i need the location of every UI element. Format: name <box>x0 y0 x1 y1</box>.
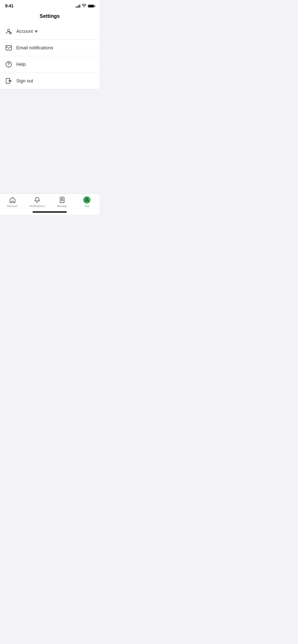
help-icon <box>5 61 12 68</box>
svg-rect-3 <box>6 46 11 50</box>
svg-point-5 <box>8 66 9 66</box>
account-item[interactable]: Account <box>0 23 99 40</box>
email-notifications-label: Email notifications <box>16 45 53 51</box>
email-notifications-item[interactable]: Email notifications <box>0 40 99 56</box>
document-icon <box>59 196 66 203</box>
tab-notifications[interactable]: Notifications <box>25 196 50 208</box>
sign-out-item[interactable]: Sign out <box>0 73 99 89</box>
home-indicator <box>33 211 67 213</box>
sign-out-icon <box>5 77 12 84</box>
help-label: Help <box>16 62 26 67</box>
tab-you-label: You <box>85 204 89 208</box>
account-dot <box>35 30 37 33</box>
bell-icon <box>34 196 41 203</box>
battery-icon <box>88 5 94 8</box>
tab-you[interactable]: You <box>75 196 100 208</box>
tab-notifications-label: Notifications <box>30 204 45 208</box>
settings-list: Account Email notifications Help <box>0 23 99 89</box>
svg-rect-7 <box>60 197 64 203</box>
tab-discover-label: Discover <box>7 204 18 208</box>
page-title: Settings <box>5 13 94 19</box>
account-label: Account <box>16 29 33 34</box>
status-time: 9:41 <box>5 4 13 9</box>
svg-point-8 <box>86 198 88 200</box>
signal-bars-icon <box>76 5 80 8</box>
email-icon <box>5 44 12 51</box>
home-icon <box>9 196 16 203</box>
tab-manage-label: Manage <box>57 204 67 208</box>
svg-point-1 <box>8 29 10 32</box>
tab-discover[interactable]: Discover <box>0 196 25 208</box>
svg-point-0 <box>84 7 84 7</box>
you-avatar-icon <box>83 196 90 203</box>
status-bar: 9:41 <box>0 0 99 10</box>
help-item[interactable]: Help <box>0 56 99 73</box>
sign-out-label: Sign out <box>16 78 33 84</box>
tab-manage[interactable]: Manage <box>50 196 75 208</box>
page-header: Settings <box>0 10 99 23</box>
account-icon <box>5 28 12 35</box>
wifi-icon <box>82 4 86 8</box>
status-icons <box>76 4 94 8</box>
